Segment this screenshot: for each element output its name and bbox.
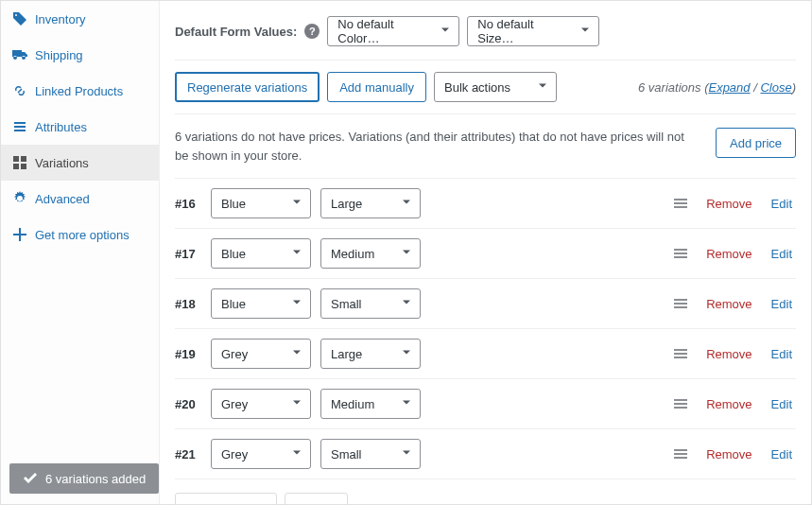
select-value: No default Size… — [477, 17, 572, 45]
default-size-select[interactable]: No default Size… — [467, 16, 599, 46]
svg-rect-7 — [674, 303, 687, 305]
sidebar-item-inventory[interactable]: Inventory — [1, 1, 159, 37]
sidebar-item-label: Attributes — [35, 120, 87, 134]
remove-link[interactable]: Remove — [700, 397, 757, 411]
svg-rect-4 — [674, 252, 687, 254]
close-link[interactable]: Close — [760, 501, 791, 505]
close-link[interactable]: Close — [760, 80, 791, 95]
drag-handle-icon[interactable] — [670, 297, 691, 311]
chevron-down-icon — [401, 197, 412, 211]
variation-size-select[interactable]: Small — [320, 439, 421, 469]
drag-handle-icon[interactable] — [670, 397, 691, 411]
variation-color-select[interactable]: Blue — [211, 188, 311, 218]
variation-color-select[interactable]: Grey — [211, 439, 311, 469]
list-icon — [12, 119, 27, 134]
drag-handle-icon[interactable] — [670, 247, 691, 261]
select-value: Small — [331, 447, 362, 461]
drag-handle-icon[interactable] — [670, 197, 691, 211]
variation-size-select[interactable]: Small — [320, 288, 421, 319]
gear-icon — [12, 191, 27, 206]
edit-link[interactable]: Edit — [768, 297, 796, 311]
variation-size-select[interactable]: Medium — [320, 238, 421, 269]
sidebar-item-shipping[interactable]: Shipping — [1, 37, 159, 73]
svg-rect-14 — [674, 407, 687, 409]
sidebar: Inventory Shipping Linked Products Attri… — [1, 1, 160, 504]
price-notice: 6 variations do not have prices. Variati… — [175, 113, 796, 178]
variation-color-select[interactable]: Grey — [211, 339, 311, 369]
chevron-down-icon — [291, 247, 302, 261]
plus-icon — [12, 227, 27, 242]
remove-link[interactable]: Remove — [700, 447, 757, 461]
select-value: Blue — [221, 197, 246, 211]
sidebar-item-label: Shipping — [35, 48, 83, 62]
svg-rect-3 — [674, 249, 687, 251]
variation-row: #19GreyLargeRemoveEdit — [175, 328, 796, 378]
variation-color-select[interactable]: Blue — [211, 288, 311, 319]
select-value: Large — [331, 197, 362, 211]
svg-rect-12 — [674, 399, 687, 401]
svg-rect-11 — [674, 357, 687, 358]
variations-count-top: 6 variations (Expand / Close) — [638, 80, 796, 95]
drag-handle-icon[interactable] — [670, 447, 691, 461]
edit-link[interactable]: Edit — [768, 247, 796, 261]
sidebar-item-get-more[interactable]: Get more options — [1, 217, 159, 252]
toast-notification: 6 variations added — [9, 463, 159, 494]
sidebar-item-advanced[interactable]: Advanced — [1, 181, 159, 217]
variation-size-select[interactable]: Large — [320, 339, 421, 369]
variation-id: #19 — [175, 347, 201, 361]
edit-link[interactable]: Edit — [768, 347, 796, 361]
variation-row: #16BlueLargeRemoveEdit — [175, 178, 796, 228]
help-icon[interactable]: ? — [304, 24, 320, 39]
svg-rect-16 — [674, 453, 687, 455]
save-changes-button[interactable]: Save changes — [175, 493, 277, 504]
notice-text: 6 variations do not have prices. Variati… — [175, 128, 700, 165]
sidebar-item-attributes[interactable]: Attributes — [1, 109, 159, 145]
grid-icon — [12, 155, 27, 170]
bulk-actions-select[interactable]: Bulk actions — [434, 72, 557, 102]
default-color-select[interactable]: No default Color… — [327, 16, 459, 46]
expand-link[interactable]: Expand — [708, 501, 750, 505]
variation-color-select[interactable]: Grey — [211, 389, 311, 419]
toast-text: 6 variations added — [45, 472, 146, 486]
remove-link[interactable]: Remove — [700, 197, 757, 211]
edit-link[interactable]: Edit — [768, 197, 796, 211]
default-form-values-label: Default Form Values: — [175, 25, 297, 39]
add-price-button[interactable]: Add price — [716, 128, 796, 158]
regenerate-variations-button[interactable]: Regenerate variations — [175, 72, 320, 102]
cancel-button[interactable]: Cancel — [285, 493, 347, 504]
add-manually-button[interactable]: Add manually — [327, 72, 426, 102]
chevron-down-icon — [537, 80, 548, 95]
chevron-down-icon — [401, 447, 412, 461]
select-value: Bulk actions — [444, 80, 510, 95]
variation-id: #18 — [175, 297, 201, 311]
edit-link[interactable]: Edit — [768, 447, 796, 461]
variations-toolbar: Regenerate variations Add manually Bulk … — [175, 60, 796, 113]
svg-rect-1 — [674, 202, 687, 204]
sidebar-item-variations[interactable]: Variations — [1, 145, 159, 181]
default-form-values-row: Default Form Values: ? No default Color…… — [175, 10, 796, 60]
chevron-down-icon — [440, 25, 451, 39]
variation-row: #21GreySmallRemoveEdit — [175, 428, 796, 479]
variation-row: #17BlueMediumRemoveEdit — [175, 228, 796, 278]
svg-rect-6 — [674, 299, 687, 301]
footer: Save changes Cancel 6 variations (Expand… — [175, 479, 796, 504]
chevron-down-icon — [291, 397, 302, 411]
remove-link[interactable]: Remove — [700, 297, 757, 311]
drag-handle-icon[interactable] — [670, 347, 691, 361]
edit-link[interactable]: Edit — [768, 397, 796, 411]
variation-size-select[interactable]: Large — [320, 188, 421, 218]
variation-color-select[interactable]: Blue — [211, 238, 311, 269]
sidebar-item-linked-products[interactable]: Linked Products — [1, 73, 159, 109]
chevron-down-icon — [401, 397, 412, 411]
remove-link[interactable]: Remove — [700, 247, 757, 261]
select-value: Grey — [221, 347, 248, 361]
svg-rect-13 — [674, 403, 687, 405]
chevron-down-icon — [291, 347, 302, 361]
expand-link[interactable]: Expand — [708, 80, 750, 95]
sidebar-item-label: Get more options — [35, 228, 130, 242]
remove-link[interactable]: Remove — [700, 347, 757, 361]
chevron-down-icon — [401, 247, 412, 261]
link-icon — [12, 83, 27, 98]
variation-size-select[interactable]: Medium — [320, 389, 421, 419]
select-value: Blue — [221, 247, 246, 261]
